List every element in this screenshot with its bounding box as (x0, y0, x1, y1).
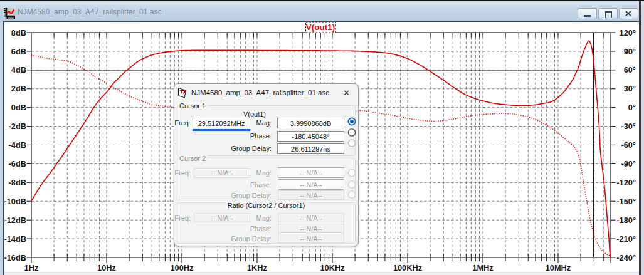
svg-text:10MHz: 10MHz (546, 263, 571, 272)
svg-text:-4dB: -4dB (9, 140, 26, 150)
svg-text:90°: 90° (624, 47, 636, 56)
svg-text:-240°: -240° (616, 253, 636, 262)
svg-text:100KHz: 100KHz (393, 263, 422, 272)
svg-text:-10dB: -10dB (4, 197, 26, 206)
svg-text:V(out1): V(out1) (306, 23, 335, 32)
svg-text:120°: 120° (620, 28, 636, 38)
svg-text:0dB: 0dB (11, 103, 26, 112)
svg-text:-60°: -60° (621, 140, 636, 150)
svg-text:-6dB: -6dB (9, 159, 26, 169)
svg-text:6dB: 6dB (11, 47, 26, 56)
svg-text:1MHz: 1MHz (472, 263, 493, 272)
svg-text:-16dB: -16dB (4, 253, 26, 262)
svg-text:-150°: -150° (616, 197, 636, 206)
svg-text:-120°: -120° (616, 178, 636, 187)
svg-text:10KHz: 10KHz (320, 263, 344, 272)
svg-text:30°: 30° (624, 84, 636, 93)
svg-text:-14dB: -14dB (4, 234, 26, 244)
svg-text:0°: 0° (628, 103, 636, 112)
svg-text:-90°: -90° (621, 159, 636, 169)
svg-text:-12dB: -12dB (4, 215, 26, 225)
svg-text:-8dB: -8dB (9, 178, 26, 187)
svg-text:4dB: 4dB (11, 65, 26, 75)
svg-text:-30°: -30° (621, 122, 636, 131)
svg-text:10Hz: 10Hz (97, 263, 116, 272)
svg-text:-2dB: -2dB (9, 122, 26, 131)
svg-text:1Hz: 1Hz (24, 263, 39, 272)
svg-text:2dB: 2dB (11, 84, 26, 93)
svg-text:60°: 60° (624, 65, 636, 75)
svg-text:-210°: -210° (616, 234, 636, 244)
svg-text:8dB: 8dB (11, 28, 26, 38)
svg-text:100Hz: 100Hz (171, 263, 194, 272)
svg-text:1KHz: 1KHz (247, 263, 267, 272)
svg-text:-180°: -180° (616, 215, 636, 225)
